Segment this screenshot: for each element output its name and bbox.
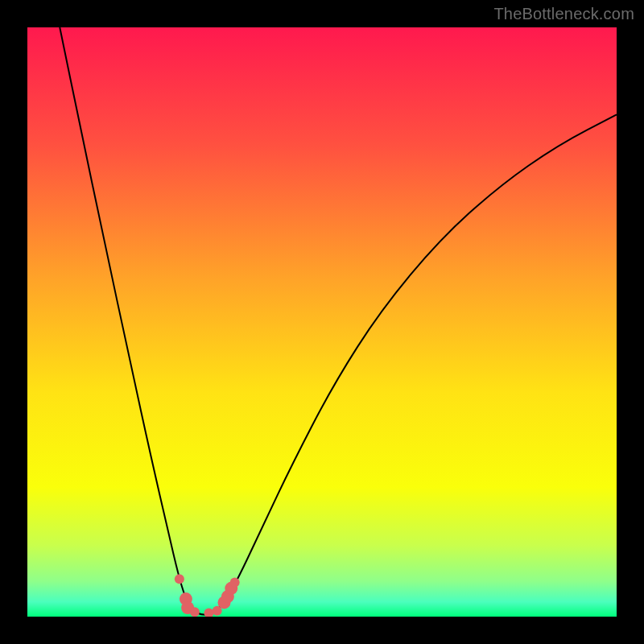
marker-dot	[175, 574, 184, 584]
plot-area	[27, 27, 617, 617]
attribution-label: TheBottleneck.com	[493, 5, 634, 23]
marker-dot	[230, 578, 240, 588]
gradient-background	[27, 27, 617, 617]
bottleneck-chart	[27, 27, 617, 617]
marker-dot	[190, 607, 200, 617]
chart-frame: TheBottleneck.com	[0, 0, 644, 644]
